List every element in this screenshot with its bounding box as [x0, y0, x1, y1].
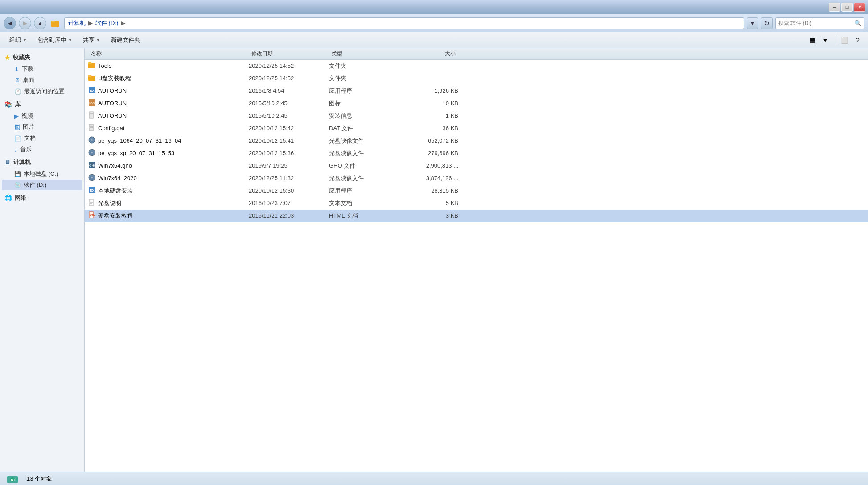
search-box[interactable]: 🔍 [775, 17, 864, 29]
include-library-button[interactable]: 包含到库中 ▼ [33, 34, 77, 46]
file-name-cell: 光盘说明 [88, 199, 249, 207]
share-button[interactable]: 共享 ▼ [78, 34, 105, 46]
table-row[interactable]: pe_yqs_xp_20_07_31_15_53 2020/10/12 15:3… [85, 147, 868, 160]
title-bar: ─ □ ✕ [0, 0, 868, 14]
file-date-cell: 2020/12/25 14:52 [249, 62, 329, 69]
view-mode-button[interactable]: ▦ [806, 34, 818, 46]
col-header-type[interactable]: 类型 [329, 50, 400, 58]
document-icon: 📄 [14, 135, 21, 142]
table-row[interactable]: Win7x64_2020 2020/12/25 11:32 光盘映像文件 3,8… [85, 172, 868, 185]
minimize-button[interactable]: ─ [829, 3, 840, 12]
address-path[interactable]: 计算机 ▶ 软件 (D:) ▶ [64, 17, 744, 29]
file-icon [88, 174, 95, 182]
view-mode-button-2[interactable]: ▼ [819, 34, 831, 46]
svg-point-23 [91, 177, 93, 178]
video-icon: ▶ [14, 113, 19, 119]
sidebar-item-drive-d[interactable]: 💿 软件 (D:) [2, 180, 82, 190]
file-name-cell: GHO Win7x64.gho [88, 161, 249, 170]
include-library-label: 包含到库中 [37, 36, 66, 44]
network-label: 网络 [15, 194, 26, 202]
refresh-button[interactable]: ↻ [761, 17, 773, 29]
file-type-cell: 光盘映像文件 [329, 149, 400, 157]
table-row[interactable]: EX AUTORUN 2016/1/8 4:54 应用程序 1,926 KB [85, 85, 868, 97]
favorites-label: 收藏夹 [13, 53, 30, 62]
new-folder-button[interactable]: 新建文件夹 [106, 34, 145, 46]
share-dropdown-arrow: ▼ [96, 38, 100, 42]
file-size-cell: 279,696 KB [400, 150, 458, 156]
toolbar-right: ▦ ▼ ⬜ ? [806, 34, 864, 46]
file-icon [88, 149, 95, 157]
file-date-cell: 2020/12/25 14:52 [249, 75, 329, 82]
table-row[interactable]: pe_yqs_1064_20_07_31_16_04 2020/10/12 15… [85, 135, 868, 147]
sidebar-item-recent[interactable]: 🕐 最近访问的位置 [2, 86, 82, 97]
preview-pane-button[interactable]: ⬜ [839, 34, 850, 46]
file-type-cell: 文件夹 [329, 62, 400, 70]
file-size-cell: 10 KB [400, 100, 458, 107]
svg-point-17 [91, 139, 93, 141]
sidebar-network-header[interactable]: 🌐 网络 [0, 192, 84, 204]
sidebar-item-music[interactable]: ♪ 音乐 [2, 144, 82, 155]
address-bar: ◀ ▶ ▲ 计算机 ▶ 软件 (D:) ▶ ▼ ↻ 🔍 [0, 14, 868, 32]
back-button[interactable]: ◀ [4, 17, 16, 29]
file-name-cell: EX AUTORUN [88, 86, 249, 95]
close-button[interactable]: ✕ [854, 3, 865, 12]
sidebar-computer-section: 🖥 计算机 💾 本地磁盘 (C:) 💿 软件 (D:) [0, 156, 84, 190]
file-size-cell: 1,926 KB [400, 87, 458, 94]
sidebar-item-picture[interactable]: 🖼 图片 [2, 122, 82, 132]
table-row[interactable]: ICO AUTORUN 2015/5/10 2:45 图标 10 KB [85, 97, 868, 110]
file-size-cell: 652,072 KB [400, 137, 458, 144]
table-row[interactable]: EX 本地硬盘安装 2020/10/12 15:30 应用程序 28,315 K… [85, 185, 868, 197]
download-icon: ⬇ [14, 66, 19, 73]
table-row[interactable]: GHO Win7x64.gho 2019/9/7 19:25 GHO 文件 2,… [85, 160, 868, 172]
file-name-cell: U盘安装教程 [88, 74, 249, 82]
folder-icon [49, 17, 62, 29]
dropdown-button[interactable]: ▼ [747, 17, 758, 29]
sidebar: ★ 收藏夹 ⬇ 下载 🖥 桌面 🕐 最近访问的位置 📚 库 ▶ [0, 48, 85, 472]
file-icon [88, 199, 95, 207]
organize-button[interactable]: 组织 ▼ [4, 34, 32, 46]
file-date-cell: 2020/12/25 11:32 [249, 175, 329, 181]
file-date-cell: 2020/10/12 15:41 [249, 137, 329, 144]
sidebar-library-section: 📚 库 ▶ 视频 🖼 图片 📄 文档 ♪ 音乐 [0, 99, 84, 155]
svg-rect-1 [51, 21, 55, 22]
network-icon: 🌐 [4, 194, 12, 201]
path-drive-d[interactable]: 软件 (D:) [95, 19, 118, 27]
sidebar-favorites-section: ★ 收藏夹 ⬇ 下载 🖥 桌面 🕐 最近访问的位置 [0, 52, 84, 97]
help-button[interactable]: ? [852, 34, 864, 46]
forward-button[interactable]: ▶ [19, 17, 31, 29]
recent-icon: 🕐 [14, 88, 21, 95]
download-label: 下载 [22, 65, 33, 73]
search-input[interactable] [778, 20, 852, 26]
library-label: 库 [15, 100, 21, 108]
sidebar-computer-header[interactable]: 🖥 计算机 [0, 156, 84, 168]
file-name-cell: EX 本地硬盘安装 [88, 186, 249, 195]
main-layout: ★ 收藏夹 ⬇ 下载 🖥 桌面 🕐 最近访问的位置 📚 库 ▶ [0, 48, 868, 472]
path-computer[interactable]: 计算机 [68, 19, 86, 27]
sidebar-item-desktop[interactable]: 🖥 桌面 [2, 75, 82, 86]
sidebar-library-header[interactable]: 📚 库 [0, 99, 84, 110]
sidebar-item-drive-c[interactable]: 💾 本地磁盘 (C:) [2, 169, 82, 179]
col-header-date[interactable]: 修改日期 [249, 50, 329, 58]
svg-text:HTML: HTML [90, 214, 95, 217]
table-row[interactable]: AUTORUN 2015/5/10 2:45 安装信息 1 KB [85, 110, 868, 122]
status-icon: RE [5, 472, 20, 485]
col-header-name[interactable]: 名称 [88, 50, 249, 58]
sidebar-item-download[interactable]: ⬇ 下载 [2, 64, 82, 74]
table-row[interactable]: Config.dat 2020/10/12 15:42 DAT 文件 36 KB [85, 122, 868, 135]
sidebar-item-video[interactable]: ▶ 视频 [2, 111, 82, 121]
up-button[interactable]: ▲ [34, 17, 46, 29]
table-row[interactable]: HTML 硬盘安装教程 2016/11/21 22:03 HTML 文档 3 K… [85, 210, 868, 222]
maximize-button[interactable]: □ [841, 3, 853, 12]
sidebar-favorites-header[interactable]: ★ 收藏夹 [0, 52, 84, 63]
library-icon: 📚 [4, 101, 12, 108]
recent-label: 最近访问的位置 [24, 87, 65, 95]
sidebar-item-document[interactable]: 📄 文档 [2, 133, 82, 144]
toolbar-separator [835, 35, 835, 45]
col-header-size[interactable]: 大小 [400, 50, 458, 58]
table-row[interactable]: Tools 2020/12/25 14:52 文件夹 [85, 60, 868, 72]
computer-label: 计算机 [13, 158, 31, 166]
table-row[interactable]: U盘安装教程 2020/12/25 14:52 文件夹 [85, 72, 868, 85]
table-row[interactable]: 光盘说明 2016/10/23 7:07 文本文档 5 KB [85, 197, 868, 210]
file-name-cell: Win7x64_2020 [88, 174, 249, 182]
svg-text:RE: RE [11, 478, 16, 482]
